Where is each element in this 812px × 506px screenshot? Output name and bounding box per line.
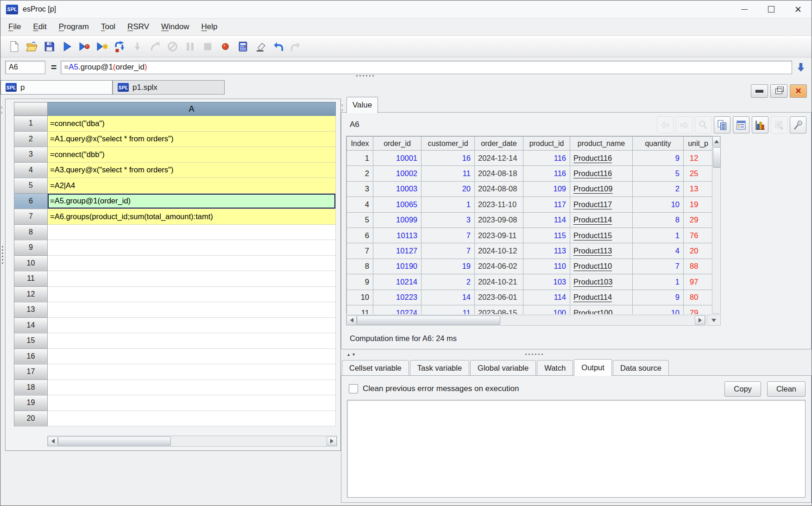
- table-cell[interactable]: 116: [523, 151, 570, 166]
- splitter-arrows[interactable]: ▴▾: [347, 352, 358, 357]
- table-cell[interactable]: 10002: [373, 166, 422, 181]
- table-cell[interactable]: Product113: [570, 243, 633, 259]
- scroll-down-button[interactable]: [707, 315, 721, 326]
- grid-cell-A7[interactable]: =A6.groups(product_id;sum(total_amount):…: [48, 209, 336, 225]
- table-cell[interactable]: Product110: [570, 259, 633, 274]
- menu-file[interactable]: File: [2, 22, 27, 32]
- chart-icon[interactable]: [752, 116, 768, 133]
- table-cell[interactable]: 4: [347, 197, 373, 212]
- table-cell[interactable]: Product114: [570, 212, 633, 228]
- table-cell[interactable]: 13: [684, 181, 713, 196]
- table-cell[interactable]: 2: [422, 274, 475, 290]
- table-cell[interactable]: 10001: [373, 151, 422, 166]
- execute-icon[interactable]: [58, 38, 76, 54]
- scroll-thumb[interactable]: [357, 316, 500, 325]
- scroll-left-button[interactable]: [346, 316, 357, 325]
- table-cell[interactable]: 103: [523, 274, 570, 290]
- step-execute-icon[interactable]: [93, 38, 111, 54]
- table-cell[interactable]: 1: [633, 228, 684, 243]
- scroll-up-button[interactable]: [712, 136, 720, 146]
- grid-row-header-4[interactable]: 4: [14, 162, 48, 178]
- sheet-tab-p[interactable]: SPLp: [0, 80, 113, 95]
- table-cell[interactable]: 2: [347, 166, 373, 181]
- table-cell[interactable]: 2023-09-11: [475, 228, 523, 243]
- value-vertical-scrollbar[interactable]: [712, 136, 721, 314]
- menu-edit[interactable]: Edit: [27, 22, 52, 32]
- grid-row-header-15[interactable]: 15: [14, 333, 48, 349]
- table-cell[interactable]: 1: [422, 197, 475, 212]
- scroll-right-button[interactable]: [327, 436, 337, 446]
- table-cell[interactable]: 7: [422, 243, 475, 259]
- table-cell[interactable]: 1: [347, 151, 373, 166]
- bottom-splitter[interactable]: ▴▾: [341, 351, 812, 359]
- grid-cell-A19[interactable]: [48, 395, 336, 411]
- tab-watch[interactable]: Watch: [537, 360, 573, 376]
- tab-task-variable[interactable]: Task variable: [410, 360, 469, 376]
- table-cell[interactable]: 114: [523, 212, 570, 228]
- clean-button[interactable]: Clean: [767, 381, 806, 397]
- tab-value[interactable]: Value: [346, 97, 378, 113]
- grid-row-header-11[interactable]: 11: [14, 271, 48, 287]
- table-cell[interactable]: 1: [633, 274, 684, 290]
- menu-tool[interactable]: Tool: [95, 22, 121, 32]
- table-cell[interactable]: 76: [684, 228, 713, 243]
- grid-row-header-18[interactable]: 18: [14, 380, 48, 395]
- grid-cell-A6[interactable]: =A5.group@1(order_id): [48, 193, 336, 209]
- table-cell[interactable]: Product109: [570, 181, 633, 196]
- table-cell[interactable]: 11: [422, 166, 475, 181]
- table-cell[interactable]: 2024-06-02: [475, 259, 523, 274]
- grid-row-header-13[interactable]: 13: [14, 302, 48, 318]
- scroll-thumb[interactable]: [713, 147, 721, 168]
- scroll-right-button[interactable]: [695, 316, 705, 325]
- execute-debug-icon[interactable]: [76, 38, 93, 54]
- table-cell[interactable]: 20: [422, 181, 475, 196]
- table-cell[interactable]: 8: [347, 259, 373, 274]
- grid-row-header-3[interactable]: 3: [14, 147, 48, 163]
- grid-cell-A3[interactable]: =connect("dbb"): [48, 147, 336, 163]
- table-cell[interactable]: Product116: [570, 151, 633, 166]
- menu-rsrv[interactable]: RSRV: [121, 22, 155, 32]
- grid-cell-A4[interactable]: =A3.query@x("select * from orders"): [48, 162, 336, 178]
- table-cell[interactable]: 10190: [373, 259, 422, 274]
- table-cell[interactable]: Product117: [570, 197, 633, 212]
- grid-cell-A20[interactable]: [48, 411, 336, 426]
- table-cell[interactable]: 9: [633, 151, 684, 166]
- table-cell[interactable]: 7: [633, 259, 684, 274]
- table-cell[interactable]: Product100: [570, 305, 633, 314]
- table-cell[interactable]: 11: [422, 305, 475, 314]
- copy-data-icon[interactable]: [714, 116, 730, 133]
- pin-icon[interactable]: [790, 116, 806, 133]
- grid-row-header-7[interactable]: 7: [14, 209, 48, 225]
- calculate-area-icon[interactable]: [234, 38, 252, 54]
- breakpoint-icon[interactable]: [216, 38, 234, 54]
- table-cell[interactable]: 2: [633, 181, 684, 196]
- grid-horizontal-scrollbar[interactable]: [47, 436, 337, 447]
- tab-output[interactable]: Output: [574, 359, 612, 376]
- grid-row-header-2[interactable]: 2: [14, 131, 48, 147]
- grid-cell-A18[interactable]: [48, 380, 336, 395]
- table-cell[interactable]: 10065: [373, 197, 422, 212]
- table-cell[interactable]: 100: [523, 305, 570, 314]
- menu-help[interactable]: Help: [195, 22, 224, 32]
- sheet-tab-p1.splx[interactable]: SPLp1.splx: [113, 80, 225, 95]
- grid-row-header-19[interactable]: 19: [14, 395, 48, 411]
- table-cell[interactable]: 117: [523, 197, 570, 212]
- copy-button[interactable]: Copy: [724, 381, 761, 397]
- tab-global-variable[interactable]: Global variable: [470, 360, 536, 376]
- grid-column-header-A[interactable]: A: [48, 102, 336, 116]
- grid-cell-A14[interactable]: [48, 317, 336, 333]
- grid-cell-A9[interactable]: [48, 240, 336, 256]
- table-cell[interactable]: 29: [684, 212, 713, 228]
- table-cell[interactable]: 2024-10-21: [475, 274, 523, 290]
- clear-icon[interactable]: [252, 38, 269, 54]
- grid-row-header-1[interactable]: 1: [14, 116, 48, 132]
- grid-cell-A12[interactable]: [48, 286, 336, 302]
- table-cell[interactable]: 10003: [373, 181, 422, 196]
- window-close-button[interactable]: ✕: [785, 0, 812, 18]
- table-cell[interactable]: 109: [523, 181, 570, 196]
- value-collapse-arrows[interactable]: ‹›: [341, 102, 343, 113]
- table-cell[interactable]: 10113: [373, 228, 422, 243]
- window-minimize-button[interactable]: [731, 0, 758, 18]
- table-cell[interactable]: 2024-08-08: [475, 181, 523, 196]
- grid-row-header-12[interactable]: 12: [14, 286, 48, 302]
